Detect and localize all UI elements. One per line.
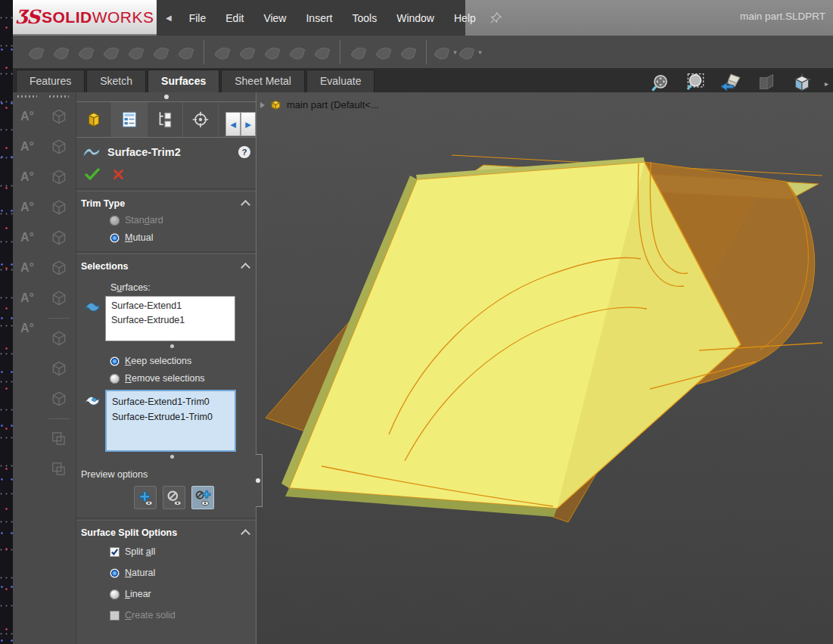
expand-tree-arrow-icon[interactable]	[260, 102, 265, 108]
panel-splitter[interactable]	[256, 92, 256, 644]
show-both-surfaces-button[interactable]	[191, 486, 214, 509]
selections-header[interactable]: Selections	[76, 254, 256, 273]
scroll-tabs-right-button[interactable]: ▶	[241, 112, 256, 136]
headsup-more-arrow-icon[interactable]: ▸	[825, 79, 828, 88]
previous-view-icon[interactable]	[718, 70, 744, 96]
dimxpertmanager-tab[interactable]	[183, 102, 219, 137]
split-all-option[interactable]: Split all	[110, 546, 256, 557]
size-dimension-icon[interactable]: A°	[15, 195, 39, 219]
tab-features[interactable]: Features	[16, 70, 85, 92]
section-view-icon[interactable]	[754, 70, 779, 96]
display-cube-1-icon[interactable]	[47, 104, 71, 129]
show-excluded-surfaces-button[interactable]	[163, 486, 185, 509]
natural-option[interactable]: Natural	[110, 568, 256, 578]
offset-surface-icon[interactable]	[210, 40, 235, 64]
trim-type-header[interactable]: Trim Type	[76, 191, 256, 210]
tab-sheet-metal[interactable]: Sheet Metal	[221, 70, 305, 92]
zoom-to-fit-icon[interactable]	[647, 70, 673, 96]
featuremanager-tree-tab[interactable]	[76, 102, 112, 137]
graphics-area[interactable]	[256, 92, 833, 644]
create-solid-option[interactable]: Create solid	[110, 610, 256, 621]
display-cube-6-icon[interactable]	[47, 256, 71, 280]
geometric-tolerance-icon[interactable]: A°	[15, 286, 39, 310]
filled-surface-icon[interactable]	[148, 40, 173, 64]
collapse-chevron-icon[interactable]	[241, 200, 250, 210]
listbox-item[interactable]: Surface-Extrude1-Trim0	[112, 409, 229, 425]
pieces-to-keep-listbox[interactable]: Surface-Extend1-Trim0 Surface-Extrude1-T…	[105, 390, 236, 452]
collapse-chevron-icon[interactable]	[241, 263, 250, 272]
tab-evaluate[interactable]: Evaluate	[306, 70, 375, 92]
help-icon[interactable]: ?	[238, 146, 250, 158]
view-orientation-icon[interactable]	[789, 70, 815, 96]
linear-option[interactable]: Linear	[110, 589, 256, 599]
ok-button[interactable]	[85, 168, 100, 180]
show-included-surfaces-button[interactable]	[134, 486, 157, 509]
standard-radio-option[interactable]: Standard	[110, 215, 256, 226]
extruded-surface-icon[interactable]	[23, 40, 48, 64]
toolbar-grip[interactable]	[17, 95, 37, 98]
menu-insert[interactable]: Insert	[296, 12, 342, 24]
cancel-button[interactable]	[113, 169, 124, 180]
tab-sketch[interactable]: Sketch	[86, 70, 146, 92]
menu-window[interactable]: Window	[387, 12, 444, 24]
mutual-radio-option[interactable]: Mutual	[110, 232, 256, 243]
tab-surfaces[interactable]: Surfaces	[148, 70, 219, 92]
wrench-tool-icon[interactable]	[47, 356, 71, 381]
auto-dimension-scheme-icon[interactable]: A°	[15, 104, 39, 129]
remove-selections-option[interactable]: Remove selections	[110, 373, 256, 384]
menu-edit[interactable]: Edit	[216, 12, 253, 24]
planar-surface-icon[interactable]	[173, 40, 198, 64]
ruled-surface-icon[interactable]	[235, 40, 260, 64]
untrim-surface-icon[interactable]	[371, 40, 396, 64]
display-cube-2-icon[interactable]	[47, 135, 71, 159]
menu-view[interactable]: View	[253, 12, 296, 24]
menu-file[interactable]: File	[179, 12, 216, 24]
replace-face-icon[interactable]	[284, 40, 309, 64]
monitor-tool-icon[interactable]	[47, 387, 71, 411]
layered-squares-2-icon[interactable]	[47, 457, 71, 481]
panel-grip[interactable]	[76, 92, 256, 102]
import-scheme-icon[interactable]: A°	[15, 165, 39, 189]
tree-item-label[interactable]: main part (Default<...	[287, 99, 379, 110]
listbox-item[interactable]: Surface-Extend1	[111, 299, 229, 313]
revolved-surface-icon[interactable]	[48, 40, 73, 64]
listbox-item[interactable]: Surface-Extrude1	[111, 313, 229, 328]
scroll-tabs-left-button[interactable]: ◀	[225, 112, 241, 136]
menu-help[interactable]: Help	[444, 12, 486, 24]
surface-split-options-header[interactable]: Surface Split Options	[76, 521, 256, 540]
trim-surface-icon[interactable]	[346, 40, 371, 64]
menu-tools[interactable]: Tools	[343, 12, 387, 24]
listbox-resize-dot[interactable]	[170, 344, 174, 348]
collapse-chevron-icon[interactable]	[241, 529, 250, 539]
layered-squares-1-icon[interactable]	[47, 427, 71, 451]
keep-selections-option[interactable]: Keep selections	[110, 356, 256, 366]
display-cube-5-icon[interactable]	[47, 226, 71, 250]
propertymanager-tab[interactable]	[112, 102, 148, 137]
knit-surface-icon[interactable]	[396, 40, 421, 64]
display-cube-7-icon[interactable]	[47, 286, 71, 310]
listbox-resize-dot[interactable]	[170, 455, 174, 459]
lofted-surface-icon[interactable]	[98, 40, 123, 64]
collapse-menu-arrow-icon[interactable]: ◀	[157, 14, 179, 22]
graphics-viewport[interactable]: main part (Default<...	[256, 92, 833, 644]
display-cube-3-icon[interactable]	[47, 165, 71, 189]
flyout-feature-tree[interactable]: main part (Default<...	[260, 98, 379, 111]
swept-surface-icon[interactable]	[73, 40, 98, 64]
copy-scheme-icon[interactable]: A°	[15, 135, 39, 159]
pin-menu-icon[interactable]	[490, 12, 509, 23]
toolbar-grip[interactable]	[49, 95, 69, 98]
location-dimension-icon[interactable]: A°	[15, 226, 39, 250]
datum-icon[interactable]: A°	[15, 256, 39, 280]
panel-splitter-handle[interactable]	[256, 454, 263, 507]
show-tolerance-status-icon[interactable]: A°	[15, 316, 39, 341]
listbox-item[interactable]: Surface-Extend1-Trim0	[112, 394, 229, 409]
extend-surface-icon[interactable]	[309, 40, 334, 64]
surfaces-listbox[interactable]: Surface-Extend1 Surface-Extrude1	[105, 296, 235, 341]
boundary-surface-icon[interactable]	[123, 40, 148, 64]
configurationmanager-tab[interactable]	[148, 102, 183, 137]
zoom-to-area-icon[interactable]	[682, 70, 708, 96]
pointer-tool-icon[interactable]	[47, 326, 71, 350]
curves-icon[interactable]: ▾	[457, 40, 482, 64]
delete-face-icon[interactable]	[260, 40, 284, 64]
display-cube-4-icon[interactable]	[47, 195, 71, 219]
